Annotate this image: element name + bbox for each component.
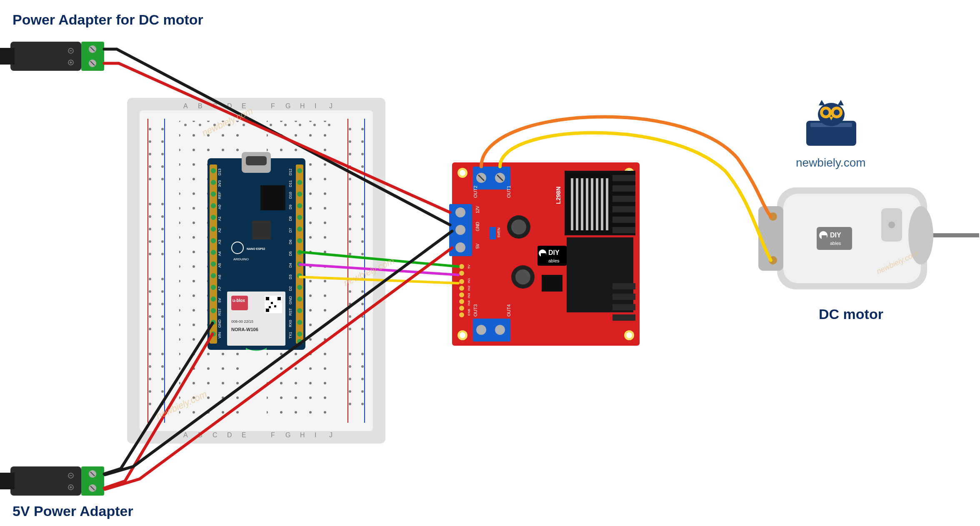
svg-rect-223	[612, 185, 635, 192]
svg-text:NANO ESP32: NANO ESP32	[247, 247, 265, 250]
svg-text:L298N: L298N	[555, 187, 562, 204]
svg-rect-291	[10, 42, 81, 71]
svg-rect-189	[252, 221, 271, 239]
svg-point-70	[349, 153, 351, 155]
svg-rect-195	[278, 297, 281, 300]
svg-point-261	[515, 269, 530, 284]
svg-point-259	[511, 219, 526, 234]
svg-text:H: H	[300, 431, 305, 439]
svg-point-97	[361, 353, 364, 355]
svg-rect-215	[581, 178, 583, 230]
svg-point-34	[149, 178, 151, 180]
svg-point-136	[211, 308, 216, 313]
svg-text:A0: A0	[218, 204, 222, 209]
svg-point-94	[349, 328, 351, 330]
svg-point-267	[459, 299, 464, 304]
svg-rect-226	[612, 217, 635, 223]
svg-point-145	[297, 238, 302, 243]
svg-point-63	[161, 390, 164, 393]
svg-rect-214	[576, 178, 578, 230]
svg-point-62	[149, 390, 151, 393]
svg-point-73	[361, 165, 364, 168]
svg-rect-217	[591, 178, 593, 230]
svg-point-45	[161, 253, 164, 255]
svg-point-143	[297, 215, 302, 220]
svg-text:ENB: ENB	[467, 309, 471, 316]
svg-point-69	[361, 140, 364, 143]
svg-point-130	[211, 238, 216, 243]
svg-text:OUT4: OUT4	[506, 304, 511, 317]
svg-point-52	[149, 315, 151, 318]
svg-text:D5: D5	[288, 251, 292, 256]
svg-text:u-blox: u-blox	[232, 298, 245, 303]
svg-text:H: H	[300, 102, 305, 110]
svg-point-246	[455, 207, 465, 217]
svg-text:D3: D3	[288, 274, 292, 279]
svg-rect-220	[606, 178, 608, 230]
svg-text:D9: D9	[288, 204, 292, 209]
svg-point-129	[211, 227, 216, 232]
svg-point-92	[349, 315, 351, 318]
terminal-out3-out4	[473, 319, 510, 342]
svg-text:I: I	[315, 431, 316, 439]
svg-point-85	[361, 253, 364, 255]
svg-point-149	[297, 285, 302, 290]
svg-rect-218	[596, 178, 598, 230]
svg-point-35	[161, 178, 164, 180]
svg-point-59	[161, 365, 164, 368]
svg-point-30	[149, 153, 151, 155]
svg-point-134	[211, 285, 216, 290]
svg-point-127	[211, 203, 216, 208]
svg-text:3V3: 3V3	[218, 180, 222, 187]
svg-point-33	[161, 165, 164, 168]
l298n-motor-driver: L298N DIY ables	[449, 162, 640, 346]
svg-point-103	[361, 390, 364, 393]
power-adapter-dc-jack	[0, 42, 104, 71]
svg-text:G: G	[285, 431, 290, 439]
svg-point-141	[297, 192, 302, 197]
svg-point-133	[211, 273, 216, 278]
svg-point-49	[161, 290, 164, 293]
svg-point-48	[149, 290, 151, 293]
svg-text:A: A	[183, 102, 188, 110]
svg-text:5V: 5V	[218, 298, 222, 302]
svg-text:IN2: IN2	[467, 285, 471, 291]
svg-rect-225	[612, 206, 635, 212]
svg-point-46	[149, 278, 151, 280]
svg-text:5V: 5V	[467, 264, 471, 269]
svg-point-64	[149, 403, 151, 405]
svg-text:NORA-W106: NORA-W106	[231, 327, 258, 332]
svg-point-71	[361, 153, 364, 155]
svg-rect-196	[266, 309, 269, 312]
svg-point-66	[349, 128, 351, 130]
svg-point-38	[149, 215, 151, 218]
svg-point-248	[455, 242, 465, 252]
svg-point-151	[297, 308, 302, 313]
svg-text:A2: A2	[218, 228, 222, 232]
svg-point-50	[149, 303, 151, 305]
svg-text:OUT1: OUT1	[506, 186, 511, 198]
svg-text:IN4: IN4	[467, 300, 471, 306]
svg-point-77	[361, 203, 364, 205]
svg-point-140	[297, 180, 302, 185]
svg-text:ables: ables	[548, 258, 560, 263]
svg-point-320	[823, 110, 829, 115]
svg-rect-304	[0, 473, 15, 489]
svg-point-132	[211, 262, 216, 267]
svg-rect-121	[246, 156, 267, 165]
svg-point-76	[349, 203, 351, 205]
svg-point-27	[161, 128, 164, 130]
svg-text:A1: A1	[218, 216, 222, 221]
svg-rect-224	[612, 196, 635, 202]
svg-text:REF: REF	[218, 191, 222, 199]
svg-text:A7: A7	[218, 286, 222, 291]
svg-rect-194	[266, 297, 269, 300]
svg-text:A: A	[183, 431, 188, 439]
svg-text:D7: D7	[288, 228, 292, 233]
svg-rect-227	[612, 227, 635, 233]
svg-text:D: D	[227, 431, 232, 439]
wiring-diagram: A B C D E F G H I J A B C D E F G H I J	[0, 0, 980, 526]
svg-point-80	[349, 228, 351, 230]
svg-point-41	[161, 228, 164, 230]
svg-text:D10: D10	[288, 192, 292, 199]
